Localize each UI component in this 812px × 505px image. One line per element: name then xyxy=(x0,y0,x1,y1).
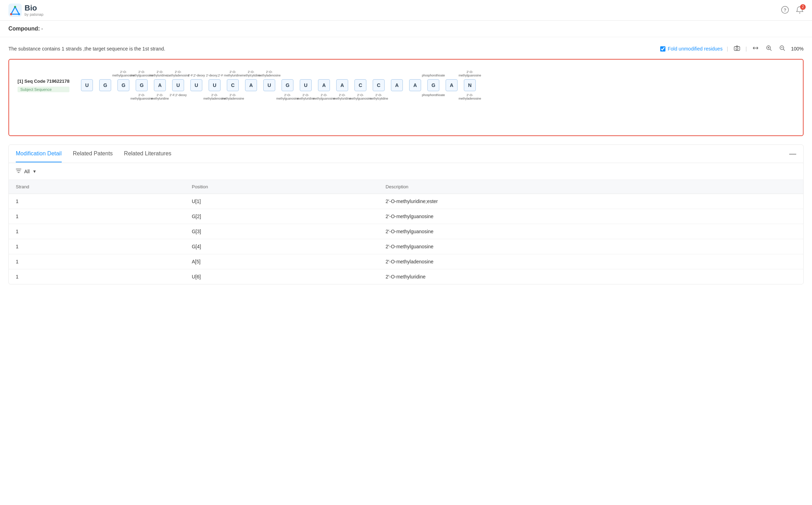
logo-by-label: by patsnap xyxy=(25,12,43,16)
table-row: 1G[3]2′-O-methylguanosine xyxy=(9,224,803,239)
nucleotide-3[interactable]: G xyxy=(114,79,133,91)
cell-strand: 1 xyxy=(9,194,185,209)
cell-description: 2'-O-methyluridine;ester xyxy=(379,194,803,209)
nucleotide-8[interactable]: U xyxy=(205,79,224,91)
nucleotide-4[interactable]: G xyxy=(133,79,151,91)
collapse-button[interactable]: — xyxy=(789,145,796,163)
fit-width-icon[interactable] xyxy=(751,44,760,53)
compound-value: - xyxy=(41,26,43,32)
cell-strand: 1 xyxy=(9,254,185,269)
filter-row: All ▼ xyxy=(9,163,803,180)
tab-modification-detail[interactable]: Modification Detail xyxy=(16,146,62,162)
help-icon[interactable]: ? xyxy=(781,6,789,15)
svg-text:?: ? xyxy=(784,7,786,13)
logo-icon xyxy=(8,4,22,17)
nucleotide-13[interactable]: U xyxy=(297,79,315,91)
cell-strand: 1 xyxy=(9,239,185,254)
logo-text: Bio by patsnap xyxy=(25,4,43,16)
cell-strand: 1 xyxy=(9,209,185,224)
controls: Fold unmodified residues | | 100% xyxy=(660,44,804,53)
annotations-top: 2'-O-methylguanosine2'-O-methylguanosine… xyxy=(78,67,794,78)
table-row: 1U[6]2′-O-methyluridine xyxy=(9,269,803,284)
tab-related-literatures[interactable]: Related Literatures xyxy=(124,146,171,162)
nucleotide-12[interactable]: G xyxy=(278,79,297,91)
detail-tabs: Modification Detail Related Patents Rela… xyxy=(9,145,803,163)
svg-point-9 xyxy=(736,48,738,50)
nucleotide-9[interactable]: C xyxy=(224,79,242,91)
cell-position: G[2] xyxy=(185,209,379,224)
nucleotide-5[interactable]: A xyxy=(151,79,169,91)
header-icons: ? 2 xyxy=(781,6,804,15)
nucleotide-14[interactable]: A xyxy=(315,79,333,91)
cell-description: 2′-O-methylguanosine xyxy=(379,209,803,224)
cell-description: 2′-O-methylguanosine xyxy=(379,224,803,239)
filter-dropdown-arrow[interactable]: ▼ xyxy=(33,169,37,174)
nucleotide-22[interactable]: N xyxy=(461,79,479,91)
sequence-label-block: [1] Seq Code 719622178 Subject Sequence xyxy=(18,79,69,92)
cell-position: U[1] xyxy=(185,194,379,209)
sequence-diagram: 2'-O-methylguanosine2'-O-methylguanosine… xyxy=(78,67,794,104)
seq-subject: Subject Sequence xyxy=(18,87,69,92)
fold-unmodified-checkbox[interactable]: Fold unmodified residues xyxy=(660,46,722,52)
zoom-in-icon[interactable] xyxy=(764,44,773,53)
camera-icon[interactable] xyxy=(732,44,742,53)
info-text: The substance contains 1 strands ,the ta… xyxy=(8,46,165,52)
nucleotide-row: UGGGAUUUCAUGUAACCAAGAN xyxy=(78,79,794,91)
nucleotide-21[interactable]: A xyxy=(442,79,461,91)
nucleotide-6[interactable]: U xyxy=(169,79,187,91)
nucleotide-7[interactable]: U xyxy=(187,79,205,91)
table-body: 1U[1]2'-O-methyluridine;ester1G[2]2′-O-m… xyxy=(9,194,803,284)
compound-bar: Compound: - xyxy=(0,21,812,37)
svg-point-2 xyxy=(14,6,16,8)
nucleotide-16[interactable]: C xyxy=(351,79,370,91)
header: Bio by patsnap ? 2 xyxy=(0,0,812,21)
svg-point-7 xyxy=(799,12,800,13)
cell-position: A[5] xyxy=(185,254,379,269)
logo-area: Bio by patsnap xyxy=(8,4,43,17)
nucleotide-10[interactable]: A xyxy=(242,79,260,91)
svg-point-3 xyxy=(10,13,12,15)
nucleotide-11[interactable]: U xyxy=(260,79,278,91)
table-row: 1G[2]2′-O-methylguanosine xyxy=(9,209,803,224)
filter-label: All xyxy=(24,169,30,174)
divider-2: | xyxy=(746,46,747,52)
cell-description: 2′-O-methylguanosine xyxy=(379,239,803,254)
nucleotide-17[interactable]: C xyxy=(370,79,388,91)
seq-code: [1] Seq Code 719622178 xyxy=(18,79,69,84)
zoom-out-icon[interactable] xyxy=(778,44,787,53)
divider-1: | xyxy=(727,46,728,52)
nucleotide-2[interactable]: G xyxy=(96,79,114,91)
main-content: The substance contains 1 strands ,the ta… xyxy=(0,37,812,291)
nucleotide-15[interactable]: A xyxy=(333,79,351,91)
cell-description: 2′-O-methyladenosine xyxy=(379,254,803,269)
table-row: 1G[4]2′-O-methylguanosine xyxy=(9,239,803,254)
fold-checkbox-input[interactable] xyxy=(660,46,665,52)
annotations-bottom: 2'-O-methylguanosine2'-O-methyluridine2'… xyxy=(78,93,794,104)
cell-description: 2′-O-methyluridine xyxy=(379,269,803,284)
notification-badge: 2 xyxy=(800,4,806,10)
table-row: 1U[1]2'-O-methyluridine;ester xyxy=(9,194,803,209)
cell-strand: 1 xyxy=(9,269,185,284)
nucleotide-18[interactable]: A xyxy=(388,79,406,91)
col-position: Position xyxy=(185,180,379,194)
filter-icon xyxy=(16,168,21,175)
nucleotide-19[interactable]: A xyxy=(406,79,424,91)
compound-label: Compound: xyxy=(8,26,40,32)
info-bar: The substance contains 1 strands ,the ta… xyxy=(8,44,804,53)
tab-related-patents[interactable]: Related Patents xyxy=(73,146,113,162)
logo-bio-label: Bio xyxy=(25,4,43,12)
notification-icon[interactable]: 2 xyxy=(796,6,804,15)
sequence-container: [1] Seq Code 719622178 Subject Sequence … xyxy=(8,59,804,136)
nucleotide-1[interactable]: U xyxy=(78,79,96,91)
col-strand: Strand xyxy=(9,180,185,194)
cell-position: G[4] xyxy=(185,239,379,254)
col-description: Description xyxy=(379,180,803,194)
fold-label: Fold unmodified residues xyxy=(668,46,722,52)
cell-strand: 1 xyxy=(9,224,185,239)
cell-position: U[6] xyxy=(185,269,379,284)
nucleotide-20[interactable]: G xyxy=(424,79,442,91)
zoom-percent: 100% xyxy=(791,46,804,52)
cell-position: G[3] xyxy=(185,224,379,239)
modification-table: Strand Position Description 1U[1]2'-O-me… xyxy=(9,180,803,284)
table-header: Strand Position Description xyxy=(9,180,803,194)
